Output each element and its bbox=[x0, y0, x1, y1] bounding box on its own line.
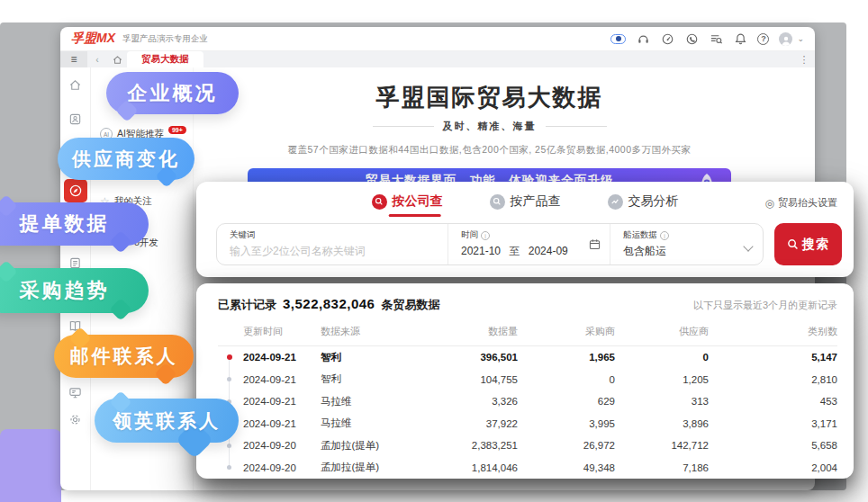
cell-data-volume: 104,755 bbox=[418, 374, 518, 385]
pill-linkedin-contacts[interactable]: 领英联系人 bbox=[95, 399, 239, 443]
pill-company-overview[interactable]: 企业概况 bbox=[106, 72, 239, 114]
search-panel: 按公司查 按产品查 交易分析 ◎ 贸易抬头设置 关键词 bbox=[196, 182, 854, 277]
headset-icon[interactable] bbox=[636, 31, 650, 46]
cell-data-source: 孟加拉(提单) bbox=[310, 439, 418, 453]
kebab-menu-icon[interactable]: ⋮ bbox=[793, 51, 815, 67]
gauge-icon[interactable] bbox=[660, 31, 674, 46]
calendar-icon[interactable] bbox=[589, 238, 601, 254]
decor-purple-box bbox=[0, 429, 61, 502]
shipping-label: 船运数据 i bbox=[623, 229, 750, 241]
back-icon[interactable]: ‹ bbox=[87, 51, 107, 67]
table-row[interactable]: 2024-09-20 孟加拉(提单) 2,383,251 26,972 142,… bbox=[218, 435, 837, 457]
table-row[interactable]: 2024-09-21 马拉维 37,922 3,995 3,896 3,171 bbox=[218, 413, 837, 435]
cell-buyers: 0 bbox=[518, 374, 615, 385]
search-list-icon[interactable] bbox=[709, 31, 723, 46]
time-range-value[interactable]: 2021-10 至 2024-09 bbox=[461, 244, 597, 259]
time-label-text: 时间 bbox=[461, 229, 478, 241]
info-icon: i bbox=[660, 231, 669, 240]
cell-update-time: 2024-09-20 bbox=[241, 440, 310, 451]
tab-search-by-product[interactable]: 按产品查 bbox=[490, 193, 561, 210]
home-icon[interactable] bbox=[107, 51, 127, 67]
timeline-dot bbox=[218, 377, 241, 381]
col-suppliers: 供应商 bbox=[615, 325, 709, 338]
cell-categories: 2,004 bbox=[709, 462, 837, 473]
pill-purchase-trends[interactable]: 采购趋势 bbox=[0, 268, 149, 313]
cell-update-time: 2024-09-21 bbox=[241, 374, 310, 385]
time-to: 2024-09 bbox=[529, 245, 568, 257]
avatar[interactable] bbox=[779, 32, 792, 46]
pill-bill-of-lading-data[interactable]: 提单数据 bbox=[0, 202, 149, 246]
chevron-down-icon[interactable]: ⌄ bbox=[797, 34, 804, 43]
compass-icon[interactable] bbox=[64, 179, 87, 202]
cell-buyers: 629 bbox=[518, 396, 615, 407]
home-icon[interactable] bbox=[68, 78, 83, 93]
stat-note: 以下只显示最近3个月的更新记录 bbox=[693, 299, 837, 312]
preview-toggle-icon[interactable] bbox=[610, 34, 626, 44]
search-form: 关键词 输入至少2位公司名称关键词 时间 i 2021-10 至 2024-09 bbox=[216, 223, 764, 265]
tab-search-by-company[interactable]: 按公司查 bbox=[372, 193, 443, 210]
shipping-select[interactable]: 包含船运 bbox=[623, 244, 750, 259]
contact-icon[interactable] bbox=[68, 112, 83, 127]
cell-categories: 5,147 bbox=[709, 352, 837, 363]
analysis-icon bbox=[608, 194, 623, 210]
cell-categories: 2,810 bbox=[709, 374, 837, 385]
bell-icon[interactable] bbox=[733, 31, 747, 46]
trade-header-settings-link[interactable]: ◎ 贸易抬头设置 bbox=[765, 196, 837, 210]
records-stat-row: 已累计记录 3,522,832,046 条贸易数据 以下只显示最近3个月的更新记… bbox=[218, 296, 837, 313]
cell-buyers: 26,972 bbox=[518, 440, 615, 451]
settings-label: 贸易抬头设置 bbox=[778, 196, 837, 210]
company-search-icon bbox=[372, 194, 387, 210]
browser-tabbar: ≡ ‹ 贸易大数据 ⋮ bbox=[60, 51, 815, 67]
help-icon[interactable]: ? bbox=[757, 33, 769, 45]
window-header: 孚盟MX 孚盟产品演示专用企业 ? bbox=[60, 27, 815, 51]
cell-data-source: 智利 bbox=[310, 351, 418, 364]
phone-icon[interactable] bbox=[684, 31, 699, 46]
tab-label: 按公司查 bbox=[393, 193, 443, 210]
search-button-label: 搜索 bbox=[802, 237, 829, 253]
time-range-field[interactable]: 时间 i 2021-10 至 2024-09 bbox=[448, 224, 610, 264]
pill-email-contacts[interactable]: 邮件联系人 bbox=[54, 335, 194, 378]
brand-suffix: 孚盟产品演示专用企业 bbox=[122, 33, 208, 45]
cell-data-volume: 2,383,251 bbox=[418, 440, 518, 451]
time-separator: 至 bbox=[509, 245, 520, 257]
time-from: 2021-10 bbox=[461, 245, 501, 257]
stat-suffix: 条贸易数据 bbox=[381, 297, 439, 313]
keyword-field[interactable]: 关键词 输入至少2位公司名称关键词 bbox=[217, 224, 448, 264]
records-panel: 已累计记录 3,522,832,046 条贸易数据 以下只显示最近3个月的更新记… bbox=[196, 283, 854, 479]
col-categories: 类别数 bbox=[709, 325, 837, 338]
cell-data-volume: 1,814,046 bbox=[418, 462, 518, 473]
cell-suppliers: 3,896 bbox=[615, 418, 709, 429]
gear-icon[interactable] bbox=[68, 413, 83, 427]
tab-label: 交易分析 bbox=[628, 193, 679, 210]
brand-logo: 孚盟MX bbox=[71, 31, 115, 47]
cell-update-time: 2024-09-21 bbox=[241, 418, 310, 429]
cell-buyers: 1,965 bbox=[518, 352, 615, 363]
product-search-icon bbox=[490, 194, 505, 210]
info-icon: i bbox=[481, 231, 490, 240]
tab-trade-analysis[interactable]: 交易分析 bbox=[608, 193, 679, 210]
cell-data-source: 马拉维 bbox=[310, 417, 418, 430]
table-row[interactable]: 2024-09-21 智利 396,501 1,965 0 5,147 bbox=[218, 346, 837, 369]
cell-data-source: 智利 bbox=[310, 372, 418, 386]
tab-trade-bigdata[interactable]: 贸易大数据 bbox=[127, 51, 203, 67]
table-row[interactable]: 2024-09-20 孟加拉(提单) 1,814,046 49,348 7,18… bbox=[218, 457, 837, 480]
cell-categories: 5,658 bbox=[709, 440, 837, 451]
table-row[interactable]: 2024-09-21 智利 104,755 0 1,205 2,810 bbox=[218, 369, 837, 391]
shipping-data-field[interactable]: 船运数据 i 包含船运 bbox=[610, 224, 763, 264]
cell-data-volume: 3,326 bbox=[418, 396, 518, 407]
search-button[interactable]: 搜索 bbox=[774, 223, 842, 265]
pill-supplier-changes[interactable]: 供应商变化 bbox=[58, 138, 194, 180]
timeline-dot bbox=[218, 444, 241, 448]
screenshot-canvas: 孚盟MX 孚盟产品演示专用企业 ? bbox=[0, 0, 868, 502]
table-row[interactable]: 2024-09-21 马拉维 3,326 629 313 453 bbox=[218, 390, 837, 413]
hamburger-icon[interactable]: ≡ bbox=[60, 51, 87, 67]
cell-buyers: 3,995 bbox=[518, 418, 615, 429]
stat-total: 3,522,832,046 bbox=[283, 296, 375, 311]
keyword-input[interactable]: 输入至少2位公司名称关键词 bbox=[230, 244, 435, 259]
settings-icon: ◎ bbox=[765, 197, 774, 210]
monitor-icon[interactable] bbox=[68, 386, 83, 400]
page-subtitle: 及时、精准、海量 bbox=[248, 120, 731, 133]
cell-data-source: 孟加拉(提单) bbox=[310, 461, 418, 474]
cell-suppliers: 1,205 bbox=[615, 374, 709, 385]
cell-data-source: 马拉维 bbox=[310, 395, 418, 408]
